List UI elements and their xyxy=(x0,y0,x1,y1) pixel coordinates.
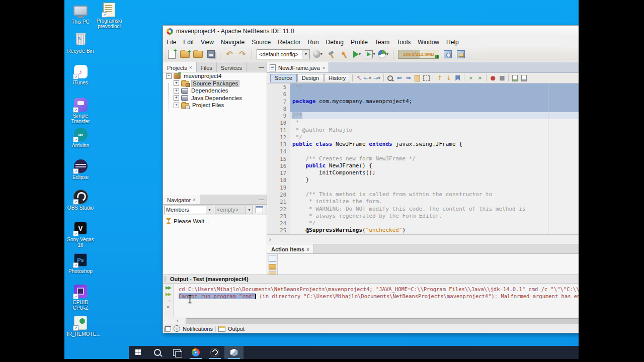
run-project-button[interactable]: ▾ xyxy=(351,49,364,60)
desktop-icon-obs-studio[interactable]: ↗OBS Studio xyxy=(67,189,94,211)
title-bar[interactable]: mavenproject4 - Apache NetBeans IDE 11.0… xyxy=(163,26,644,37)
undo-button[interactable]: ↶ xyxy=(223,49,236,60)
last-edit-button[interactable]: ↖ xyxy=(355,74,363,82)
view-toggle-design[interactable]: Design xyxy=(297,74,324,82)
tab-files[interactable]: Files xyxy=(197,62,217,72)
stop-macro-button[interactable]: ■ xyxy=(498,74,506,82)
comment-button[interactable] xyxy=(511,74,519,82)
rerun-with-goals-button[interactable]: ▶▶ xyxy=(166,292,171,297)
uncomment-button[interactable] xyxy=(520,74,528,82)
menu-tools[interactable]: Tools xyxy=(393,39,414,46)
menu-refactor[interactable]: Refactor xyxy=(274,39,304,46)
taskbar-netbeans-button[interactable] xyxy=(224,346,244,359)
memory-meter[interactable]: 109.0/213.0MB xyxy=(398,50,439,59)
close-icon[interactable]: × xyxy=(323,65,326,71)
back-button[interactable]: ←▾ xyxy=(364,74,372,82)
find-button[interactable] xyxy=(386,74,394,82)
menu-view[interactable]: View xyxy=(197,39,217,46)
menu-source[interactable]: Source xyxy=(248,39,274,46)
expander-icon[interactable]: − xyxy=(166,73,172,79)
output-console[interactable]: cd C:\Users\Mihajlo\Documents\NetBeansPr… xyxy=(174,284,644,317)
close-icon[interactable]: × xyxy=(306,247,309,252)
view-toggle-source[interactable]: Source xyxy=(270,74,297,82)
rerun-button[interactable]: ▶▶ xyxy=(166,285,171,290)
taskbar-start-button[interactable] xyxy=(129,346,148,359)
next-bookmark-button[interactable]: ↓ xyxy=(444,74,453,82)
menu-profile[interactable]: Profile xyxy=(347,39,371,46)
run-ide-button[interactable]: ▾ xyxy=(312,49,325,60)
statusbar-output-button[interactable]: Output xyxy=(228,326,245,332)
tab-projects[interactable]: Projects× xyxy=(163,62,197,72)
debug-project-button[interactable]: ▾ xyxy=(364,49,377,60)
output-header[interactable]: Output - Test (mavenproject4) xyxy=(163,275,644,284)
expander-icon[interactable]: + xyxy=(174,80,179,86)
menu-navigate[interactable]: Navigate xyxy=(217,39,248,46)
notifications-button[interactable]: Notifications xyxy=(183,326,213,332)
shift-left-button[interactable]: « xyxy=(466,74,475,82)
dock-window-icon[interactable] xyxy=(165,326,171,331)
new-file-button[interactable] xyxy=(165,49,178,60)
tab-navigator[interactable]: Navigator× xyxy=(163,195,200,204)
scroll-left-arrow-icon[interactable]: ‹ xyxy=(174,318,181,324)
expander-icon[interactable]: + xyxy=(174,88,179,94)
previous-bookmark-button[interactable]: ↑ xyxy=(435,74,444,82)
redo-button[interactable]: ↷ xyxy=(236,49,249,60)
desktop-icon-photoshop[interactable]: Ps↗Photoshop xyxy=(67,252,94,274)
tab-services[interactable]: Services xyxy=(217,62,247,72)
menu-file[interactable]: File xyxy=(163,39,180,46)
new-project-button[interactable] xyxy=(178,49,191,60)
menu-window[interactable]: Window xyxy=(414,39,443,46)
sort-members-icon[interactable] xyxy=(256,206,263,213)
profile-project-button[interactable]: ▾ xyxy=(377,49,390,60)
heap-cube-button[interactable] xyxy=(454,49,467,60)
expand-button[interactable]: » xyxy=(167,305,170,310)
tree-node-dependencies[interactable]: +Dependencies xyxy=(163,87,267,95)
toggle-bookmark-button[interactable] xyxy=(453,74,462,82)
toggle-highlight-button[interactable] xyxy=(413,74,422,82)
taskbar-obs-button[interactable] xyxy=(205,346,224,359)
desktop-icon-programski-prevodioci[interactable]: ↗Programski prevodioci xyxy=(96,2,123,29)
close-icon[interactable]: × xyxy=(193,197,196,203)
forward-button[interactable]: →▾ xyxy=(373,74,381,82)
stop-button[interactable]: → xyxy=(167,298,170,303)
close-icon[interactable]: × xyxy=(189,65,192,70)
view-toggle-history[interactable]: History xyxy=(324,74,350,82)
config-combo[interactable]: <default config>▼ xyxy=(257,49,310,59)
desktop-icon-simple-transfer[interactable]: ↗Simple Transfer xyxy=(67,97,94,124)
menu-team[interactable]: Team xyxy=(371,39,393,46)
navigator-minimize-button[interactable]: — xyxy=(259,196,264,202)
find-previous-button[interactable]: ⇐ xyxy=(395,74,404,82)
desktop-icon-this-pc[interactable]: This PC xyxy=(67,3,94,25)
taskbar-chrome-button[interactable] xyxy=(186,346,205,359)
desktop-icon-ir-remote[interactable]: ↗IR_REMOTE... xyxy=(67,315,94,337)
current-file-filter-icon[interactable] xyxy=(269,255,276,262)
find-next-button[interactable]: ⇒ xyxy=(404,74,413,82)
menu-run[interactable]: Run xyxy=(304,39,323,46)
shift-right-button[interactable]: » xyxy=(475,74,484,82)
gc-cube-button[interactable] xyxy=(441,49,454,60)
desktop-icon-eclipse[interactable]: ↗Eclipse xyxy=(67,158,94,180)
projects-minimize-button[interactable]: — xyxy=(259,64,264,70)
open-project-button[interactable] xyxy=(191,49,204,60)
desktop-icon-arduino[interactable]: ∞↗Arduino xyxy=(67,127,94,148)
record-macro-button[interactable]: ● xyxy=(489,74,497,82)
tab-action-items[interactable]: Action Items× xyxy=(267,244,314,253)
expander-icon[interactable]: + xyxy=(174,103,179,108)
tree-node-mavenproject4[interactable]: −mavenproject4 xyxy=(163,72,267,80)
navigator-filter-combo[interactable]: <empty> ▼ xyxy=(215,206,253,214)
desktop-icon-cpuid-cpu-z[interactable]: ↗CPUID CPU-Z xyxy=(67,284,94,311)
open-projects-filter-icon[interactable] xyxy=(269,264,276,269)
desktop-icon-itunes[interactable]: ♪↗iTunes xyxy=(67,64,94,85)
clean-build-project-button[interactable] xyxy=(338,49,351,60)
menu-help[interactable]: Help xyxy=(443,39,462,46)
tree-node-source-packages[interactable]: +Source Packages xyxy=(163,80,267,87)
save-all-button[interactable] xyxy=(204,49,217,60)
navigator-view-combo[interactable]: Members ▼ xyxy=(164,206,213,214)
rect-selection-button[interactable] xyxy=(422,74,431,82)
tree-node-java-dependencies[interactable]: +Java Dependencies xyxy=(163,95,267,102)
build-project-button[interactable] xyxy=(325,49,338,60)
taskbar-task-view-button[interactable] xyxy=(167,346,186,359)
tab-newjframe-java[interactable]: NewJFrame.java × xyxy=(267,62,329,72)
breadcrumb-expand-icon[interactable]: › xyxy=(269,236,271,243)
desktop-icon-recycle-bin[interactable]: Recycle Bin xyxy=(67,32,94,54)
